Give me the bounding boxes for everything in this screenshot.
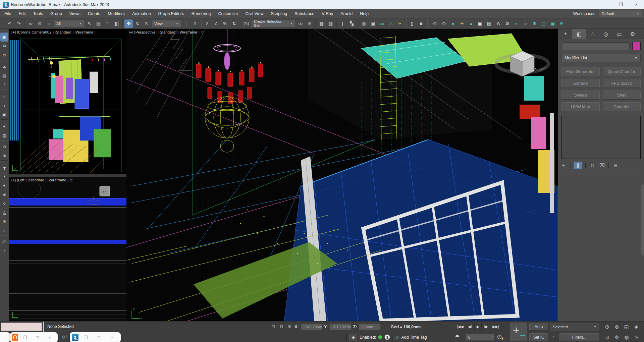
key-mode-toggle-icon[interactable]: ◀▶ — [455, 334, 459, 338]
menu-item[interactable]: Help — [356, 9, 372, 18]
rollout-divider[interactable]: ······ — [562, 173, 640, 176]
viewport-splitter[interactable] — [9, 174, 126, 177]
autosave-icon[interactable]: ▣ — [0, 33, 8, 42]
perspective-viewport[interactable]: [+] [Perspective ] [Standard ] [Wirefram… — [126, 29, 558, 321]
select-and-manipulate-icon[interactable]: ⇧ — [191, 19, 199, 28]
left-viewport-label[interactable]: [+] [Left ] [Standard ] [Wireframe ]▽ — [11, 178, 72, 182]
align-icon[interactable]: ≡ — [305, 19, 314, 28]
modifier-button[interactable]: Chamfer — [603, 102, 641, 111]
previous-frame-button[interactable]: ◀‖ — [466, 323, 475, 331]
select-and-rotate-icon[interactable]: ↻ — [133, 19, 142, 28]
go-to-start-button[interactable]: |◀◀ — [455, 323, 466, 331]
teal-sphere-icon[interactable]: ◔ — [0, 246, 8, 255]
menu-item[interactable]: Customize — [214, 9, 241, 18]
ring-icon[interactable]: ○ — [521, 19, 530, 28]
modifier-list-dropdown[interactable]: Modifier List ▼ — [561, 54, 641, 62]
rendered-frame-window-icon[interactable]: ▭ — [378, 19, 386, 28]
window-plus-icon[interactable]: ⊞ — [557, 19, 566, 28]
half-sphere-icon[interactable]: ◐ — [512, 19, 521, 28]
isolate-selection-icon[interactable]: ⊡ — [270, 323, 276, 331]
render-window-icon[interactable]: ▣ — [0, 110, 8, 119]
bind-to-spacewarp-icon[interactable]: ≈ — [45, 19, 53, 28]
selection-filter-dropdown[interactable]: All ▼ — [54, 20, 85, 27]
menu-item[interactable]: Modifiers — [104, 9, 128, 18]
select-object-icon[interactable]: ↖ — [85, 19, 94, 28]
show-end-result-icon[interactable]: ∥ — [574, 162, 582, 169]
teapot-icon[interactable]: ♨ — [0, 92, 8, 101]
orbit-icon[interactable]: ◍ — [622, 333, 631, 341]
restore-button[interactable]: ❐ — [613, 0, 629, 9]
select-and-move-icon[interactable]: ✥ — [124, 19, 133, 28]
select-and-scale-icon[interactable]: ⇱ — [143, 19, 151, 28]
edit-named-sets-icon[interactable]: {✎} — [242, 19, 251, 28]
use-pivot-center-icon[interactable]: ⊥ — [182, 19, 190, 28]
swatch-icon[interactable]: ■ — [417, 19, 425, 28]
add-time-tag[interactable]: Add Time Tag — [401, 335, 427, 340]
percent-snap-icon[interactable]: % — [221, 19, 229, 28]
picture-icon[interactable]: ▤ — [485, 19, 493, 28]
modifier-button[interactable]: FloorGenerator — [561, 67, 600, 76]
workspace-dropdown[interactable]: Default ▼ — [599, 10, 642, 17]
taskbar-card-stub[interactable] — [0, 332, 10, 342]
unlink-selection-icon[interactable]: ⊘ — [36, 19, 44, 28]
close-icon[interactable]: × — [43, 335, 56, 340]
half-sphere-icon[interactable]: ◗ — [0, 101, 8, 110]
zoom-extents-icon[interactable]: ◱ — [622, 323, 631, 331]
sun-light-icon[interactable]: ☀ — [0, 217, 8, 226]
sun-icon[interactable]: ☀ — [458, 19, 466, 28]
menu-item[interactable]: Create — [84, 9, 104, 18]
taskbar-card-corona[interactable]: ❐ □ × — [10, 332, 58, 342]
key-filters-icon[interactable]: ⋰ — [551, 334, 556, 339]
scene-explorer-icon[interactable]: ▥ — [326, 19, 335, 28]
window-crossing-icon[interactable]: ◧ — [112, 19, 121, 28]
menu-item[interactable]: Tools — [30, 9, 47, 18]
create-tab[interactable]: + — [559, 29, 572, 39]
maximize-icon[interactable]: □ — [31, 335, 44, 340]
y-coordinate-field[interactable]: 1810,907m — [330, 324, 351, 330]
geometry-box-icon[interactable]: ◰ — [0, 237, 8, 246]
photo-frame-icon[interactable]: ▣ — [476, 19, 484, 28]
left-viewport[interactable]: [+] [Left ] [Standard ] [Wireframe ]▽ — [9, 177, 126, 321]
teal-sphere-icon[interactable]: ● — [449, 19, 457, 28]
maxscript-mini-listener[interactable] — [1, 323, 42, 331]
x-coordinate-field[interactable]: 1249,796m — [301, 324, 322, 330]
mesh-light-icon[interactable]: ◬ — [0, 208, 8, 217]
modifier-stack-list[interactable] — [561, 116, 641, 159]
rays-icon[interactable]: ☼ — [0, 226, 8, 235]
viewport-menu-arrow-icon[interactable]: ▽ — [70, 179, 72, 182]
restore-icon[interactable]: ❐ — [19, 335, 31, 340]
select-and-link-icon[interactable]: ∞ — [26, 19, 35, 28]
close-icon[interactable]: × — [106, 335, 119, 340]
material-editor-icon[interactable]: ◍ — [360, 19, 368, 28]
movie-camera-icon[interactable]: ⊙ — [440, 19, 448, 28]
dome-light-icon[interactable]: ◖ — [0, 172, 8, 181]
menu-item[interactable]: Views — [66, 9, 84, 18]
select-by-name-icon[interactable]: ▤ — [94, 19, 103, 28]
modify-tab[interactable]: ◧ — [572, 29, 586, 39]
movie-camera-icon[interactable]: ⊙ — [431, 19, 439, 28]
notes-icon[interactable]: ▤ — [0, 71, 8, 80]
disc-light-icon[interactable]: ◊ — [0, 199, 8, 208]
curve-editor-icon[interactable]: ∫ — [338, 19, 347, 28]
prism-icon[interactable]: ∆ — [494, 19, 502, 28]
viewport-menu-arrow-icon[interactable]: ▽ — [201, 31, 204, 34]
modifier-button[interactable]: UVW Map — [561, 102, 600, 111]
next-frame-button[interactable]: ‖▶ — [482, 323, 490, 331]
forest-icon[interactable]: ♣ — [0, 62, 8, 71]
filters-button[interactable]: Filters... — [559, 333, 599, 341]
help-icon[interactable]: ? — [0, 80, 8, 90]
menu-item[interactable]: Arnold — [337, 9, 356, 18]
undo-icon[interactable]: ↶ — [5, 19, 14, 28]
taskbar-card-3dsmax[interactable]: 3MAX ❐ □ × — [70, 332, 121, 342]
mirror-icon[interactable]: ◁▷ — [296, 19, 305, 28]
modifier-button[interactable]: Extrude — [561, 79, 600, 88]
film-camera-icon[interactable]: ⊚ — [0, 151, 8, 160]
time-configuration-icon[interactable]: ◷✱ — [497, 333, 502, 340]
z-coordinate-field[interactable]: 0,0mm — [359, 324, 380, 330]
selection-lock-icon[interactable]: Ω — [278, 323, 284, 331]
object-name-field[interactable] — [561, 42, 630, 50]
object-color-swatch[interactable] — [632, 42, 641, 50]
menu-item[interactable]: Animation — [128, 9, 155, 18]
play-button[interactable]: ▶ — [475, 323, 482, 331]
set-key-button[interactable]: Set K. — [529, 333, 548, 341]
